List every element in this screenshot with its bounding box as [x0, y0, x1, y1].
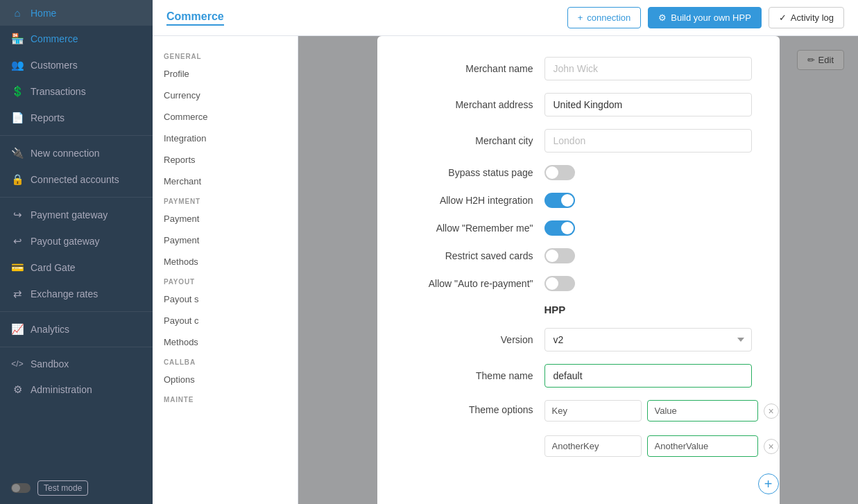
sidebar-divider-2	[0, 197, 153, 198]
bypass-status-row: Bypass status page	[405, 165, 752, 180]
sidebar-item-label: Sandbox	[31, 358, 69, 370]
sub-sidebar-methods2[interactable]: Methods	[153, 331, 298, 353]
sub-sidebar-profile[interactable]: Profile	[153, 63, 298, 85]
theme-options-label: Theme options	[405, 400, 533, 415]
sandbox-icon: </>	[11, 359, 24, 369]
sidebar-item-payment-gateway[interactable]: ↪ Payment gateway	[0, 202, 153, 228]
analytics-icon: 📈	[11, 323, 24, 336]
sub-sidebar-payout-s[interactable]: Payout s	[153, 288, 298, 310]
sub-sidebar-payment2[interactable]: Payment	[153, 229, 298, 251]
sub-section-payment-header: PAYMENT	[153, 192, 298, 208]
sidebar-item-customers[interactable]: 👥 Customers	[0, 52, 153, 78]
allow-remember-me-toggle[interactable]	[544, 220, 575, 236]
connection-button[interactable]: + connection	[567, 7, 641, 28]
sub-sidebar-methods1[interactable]: Methods	[153, 251, 298, 272]
theme-key-2[interactable]	[544, 435, 642, 457]
merchant-city-label: Merchant city	[405, 135, 533, 146]
theme-options-section: Theme options ×	[405, 400, 752, 494]
merchant-city-input[interactable]	[544, 129, 752, 153]
transactions-icon: 💲	[11, 85, 24, 98]
sub-sidebar-reports[interactable]: Reports	[153, 149, 298, 171]
sub-sidebar-payment1[interactable]: Payment	[153, 208, 298, 229]
theme-value-1[interactable]	[647, 400, 758, 422]
sidebar-item-label: Customers	[31, 60, 78, 71]
sidebar-item-label: Commerce	[31, 33, 78, 44]
page-content: ✏ Edit Merchant name Merchant address	[298, 36, 858, 504]
theme-option-row-2: ×	[544, 435, 779, 457]
sub-sidebar-payout-c[interactable]: Payout c	[153, 310, 298, 331]
build-hpp-button[interactable]: ⚙ Build your own HPP	[648, 7, 762, 28]
sub-sidebar-integration[interactable]: Integration	[153, 128, 298, 149]
connection-label: connection	[587, 12, 630, 23]
allow-h2h-label: Allow H2H integration	[405, 195, 533, 206]
merchant-name-label: Merchant name	[405, 63, 533, 74]
topbar-title: Commerce	[166, 10, 224, 26]
merchant-name-input[interactable]	[544, 57, 752, 80]
sidebar-item-label: Payment gateway	[31, 209, 108, 220]
sidebar-item-connected-accounts[interactable]: 🔒 Connected accounts	[0, 166, 153, 193]
theme-name-label: Theme name	[405, 370, 533, 381]
theme-name-row: Theme name	[405, 364, 752, 388]
sidebar-item-administration[interactable]: ⚙ Administration	[0, 376, 153, 403]
sidebar-item-label: Administration	[31, 384, 92, 395]
sidebar-item-card-gate[interactable]: 💳 Card Gate	[0, 254, 153, 281]
sidebar-item-label: New connection	[31, 148, 100, 159]
allow-auto-repayment-toggle[interactable]	[544, 276, 575, 291]
sub-sidebar-options[interactable]: Options	[153, 369, 298, 390]
hpp-section-header: HPP	[544, 304, 752, 315]
sidebar-item-label: Connected accounts	[31, 174, 119, 185]
sidebar-item-new-connection[interactable]: 🔌 New connection	[0, 140, 153, 166]
sidebar-item-label: Card Gate	[31, 262, 76, 273]
merchant-address-input[interactable]	[544, 93, 752, 116]
allow-h2h-toggle[interactable]	[544, 193, 575, 208]
new-connection-icon: 🔌	[11, 147, 24, 159]
customers-icon: 👥	[11, 59, 24, 71]
home-icon: ⌂	[11, 7, 24, 19]
sidebar-item-commerce[interactable]: 🏪 Commerce	[0, 26, 153, 52]
sub-sidebar-commerce[interactable]: Commerce	[153, 106, 298, 128]
sub-section-callback-header: CALLBA	[153, 353, 298, 369]
allow-remember-me-label: Allow "Remember me"	[405, 223, 533, 234]
card-gate-icon: 💳	[11, 261, 24, 274]
exchange-rates-icon: ⇄	[11, 288, 24, 300]
sidebar-item-label: Reports	[31, 112, 65, 123]
sidebar-item-home[interactable]: ⌂ Home	[0, 0, 153, 26]
sidebar-item-reports[interactable]: 📄 Reports	[0, 105, 153, 131]
version-select[interactable]: v1 v2 v3	[544, 328, 752, 351]
version-row: Version v1 v2 v3	[405, 328, 752, 351]
administration-icon: ⚙	[11, 383, 24, 396]
sub-sidebar-currency[interactable]: Currency	[153, 85, 298, 106]
add-theme-option-container: +	[544, 473, 779, 494]
remove-theme-option-1[interactable]: ×	[764, 403, 779, 419]
restrict-saved-cards-toggle[interactable]	[544, 248, 575, 263]
activity-log-label: Activity log	[791, 12, 834, 23]
sub-section-payout-header: PAYOUT	[153, 272, 298, 288]
modal-overlay: Merchant name Merchant address Merchant …	[298, 36, 858, 504]
test-mode-badge: Test mode	[37, 480, 88, 496]
sidebar-item-payout-gateway[interactable]: ↩ Payout gateway	[0, 228, 153, 254]
add-theme-option-button[interactable]: +	[758, 473, 779, 494]
sidebar-item-sandbox[interactable]: </> Sandbox	[0, 351, 153, 376]
theme-name-input[interactable]	[544, 364, 752, 388]
version-label: Version	[405, 334, 533, 345]
activity-log-button[interactable]: ✓ Activity log	[769, 7, 844, 28]
bypass-status-toggle[interactable]	[544, 165, 575, 180]
sidebar-item-label: Analytics	[31, 324, 69, 335]
sidebar-bottom: Test mode	[0, 472, 153, 504]
allow-h2h-row: Allow H2H integration	[405, 193, 752, 208]
theme-key-1[interactable]	[544, 400, 642, 422]
sidebar-item-analytics[interactable]: 📈 Analytics	[0, 316, 153, 342]
sidebar-item-exchange-rates[interactable]: ⇄ Exchange rates	[0, 281, 153, 307]
sidebar-divider-3	[0, 311, 153, 312]
merchant-city-row: Merchant city	[405, 129, 752, 153]
activity-log-icon: ✓	[779, 12, 787, 23]
sub-section-general-header: GENERAL	[153, 47, 298, 63]
remove-theme-option-2[interactable]: ×	[764, 439, 779, 454]
allow-auto-repayment-label: Allow "Auto re-payment"	[405, 278, 533, 289]
main-area: Commerce + connection ⚙ Build your own H…	[153, 0, 858, 504]
test-mode-toggle[interactable]	[11, 483, 31, 493]
theme-value-2[interactable]	[647, 435, 758, 457]
sub-sidebar-merchant[interactable]: Merchant	[153, 171, 298, 192]
sidebar-item-label: Payout gateway	[31, 236, 100, 247]
sidebar-item-transactions[interactable]: 💲 Transactions	[0, 78, 153, 105]
